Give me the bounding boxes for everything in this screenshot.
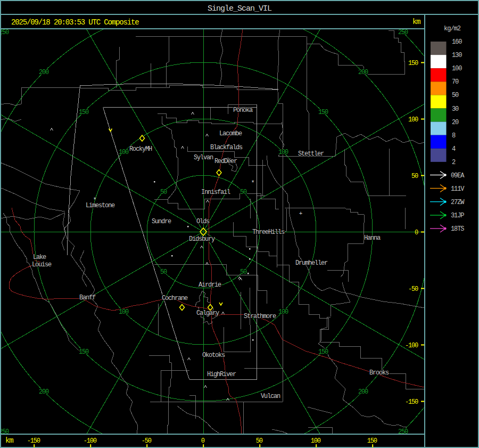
svg-text:150: 150 — [79, 348, 89, 356]
svg-text:-150: -150 — [27, 437, 40, 445]
svg-text:Cochrane: Cochrane — [162, 295, 188, 302]
svg-text:50: 50 — [160, 268, 167, 276]
svg-text:50: 50 — [256, 437, 263, 445]
svg-text:50: 50 — [240, 189, 247, 196]
svg-text:Ponoka: Ponoka — [233, 107, 253, 114]
svg-text:20: 20 — [452, 119, 459, 126]
svg-text:Innisfail: Innisfail — [201, 189, 230, 196]
svg-text:-50: -50 — [142, 437, 152, 445]
svg-text:2: 2 — [452, 159, 456, 166]
svg-text:-100: -100 — [84, 437, 97, 445]
svg-text:250: 250 — [0, 29, 9, 36]
svg-text:Brooks: Brooks — [369, 369, 389, 377]
svg-text:200: 200 — [358, 69, 368, 76]
svg-text:100: 100 — [119, 308, 129, 316]
svg-text:100: 100 — [311, 437, 321, 445]
svg-text:km: km — [5, 436, 13, 445]
svg-text:Louise: Louise — [32, 261, 52, 268]
svg-text:-50: -50 — [408, 286, 418, 293]
svg-text:-150: -150 — [405, 398, 418, 406]
svg-text:150: 150 — [408, 60, 418, 67]
svg-text:100: 100 — [119, 149, 129, 156]
svg-text:100: 100 — [408, 116, 418, 124]
svg-text:100: 100 — [278, 149, 288, 156]
svg-text:150: 150 — [367, 437, 377, 445]
svg-text:200: 200 — [39, 69, 49, 76]
svg-text:50: 50 — [411, 173, 418, 180]
svg-text:50: 50 — [452, 92, 459, 99]
svg-text:km: km — [412, 18, 420, 26]
svg-text:Stettler: Stettler — [298, 150, 324, 158]
svg-text:250: 250 — [398, 29, 408, 36]
svg-text:0: 0 — [201, 437, 205, 445]
svg-text:30: 30 — [452, 105, 459, 113]
svg-text:150: 150 — [79, 109, 89, 116]
svg-text:Banff: Banff — [79, 294, 96, 302]
svg-text:Okotoks: Okotoks — [202, 352, 225, 359]
svg-text:111V: 111V — [451, 185, 465, 193]
svg-text:Lake: Lake — [33, 254, 46, 261]
svg-text:Blackfalds: Blackfalds — [210, 144, 243, 151]
svg-text:-100: -100 — [405, 342, 418, 349]
svg-text:Drumheller: Drumheller — [295, 259, 328, 267]
svg-text:Limestone: Limestone — [86, 202, 115, 209]
svg-text:70: 70 — [452, 78, 459, 86]
svg-text:8: 8 — [452, 132, 456, 140]
svg-text:Didsbury: Didsbury — [189, 235, 215, 243]
svg-text:0: 0 — [415, 229, 418, 237]
svg-text:Sylvan: Sylvan — [194, 154, 213, 161]
svg-text:2025/09/18 20:03:53 UTC Compos: 2025/09/18 20:03:53 UTC Composite — [11, 18, 139, 27]
svg-text:RedDeer: RedDeer — [214, 158, 237, 165]
svg-text:130: 130 — [452, 52, 462, 59]
svg-text:HighRiver: HighRiver — [207, 371, 236, 378]
svg-text:Strathmore: Strathmore — [244, 313, 276, 320]
svg-text:Airdrie: Airdrie — [199, 281, 221, 289]
svg-text:31JP: 31JP — [451, 212, 464, 219]
svg-text:4: 4 — [452, 145, 456, 153]
svg-text:kg/m2: kg/m2 — [444, 25, 461, 32]
svg-text:50: 50 — [240, 268, 247, 276]
svg-text:27ZW: 27ZW — [451, 199, 465, 206]
svg-text:50: 50 — [160, 189, 167, 196]
svg-text:150: 150 — [318, 109, 328, 116]
svg-text:Calgary: Calgary — [196, 309, 219, 317]
svg-text:Single_Scan_VIL: Single_Scan_VIL — [208, 4, 272, 13]
svg-text:150: 150 — [318, 348, 328, 356]
svg-text:Sundre: Sundre — [152, 218, 171, 225]
svg-text:Olds: Olds — [196, 218, 210, 225]
svg-text:Hanna: Hanna — [364, 234, 381, 242]
svg-text:160: 160 — [452, 38, 462, 46]
svg-text:100: 100 — [278, 308, 288, 316]
svg-text:*: * — [251, 180, 254, 187]
svg-text:+: + — [299, 210, 303, 217]
svg-text:RockyMH: RockyMH — [129, 145, 152, 153]
svg-text:200: 200 — [358, 388, 368, 396]
svg-text:18TS: 18TS — [451, 225, 464, 233]
svg-text:100: 100 — [452, 65, 462, 72]
svg-text:200: 200 — [39, 388, 49, 396]
svg-text:09EA: 09EA — [451, 172, 465, 180]
svg-text:*: * — [93, 197, 96, 204]
svg-text:ThreeHills: ThreeHills — [252, 229, 285, 236]
svg-text:Lacombe: Lacombe — [219, 130, 242, 137]
svg-text:Vulcan: Vulcan — [261, 393, 280, 400]
